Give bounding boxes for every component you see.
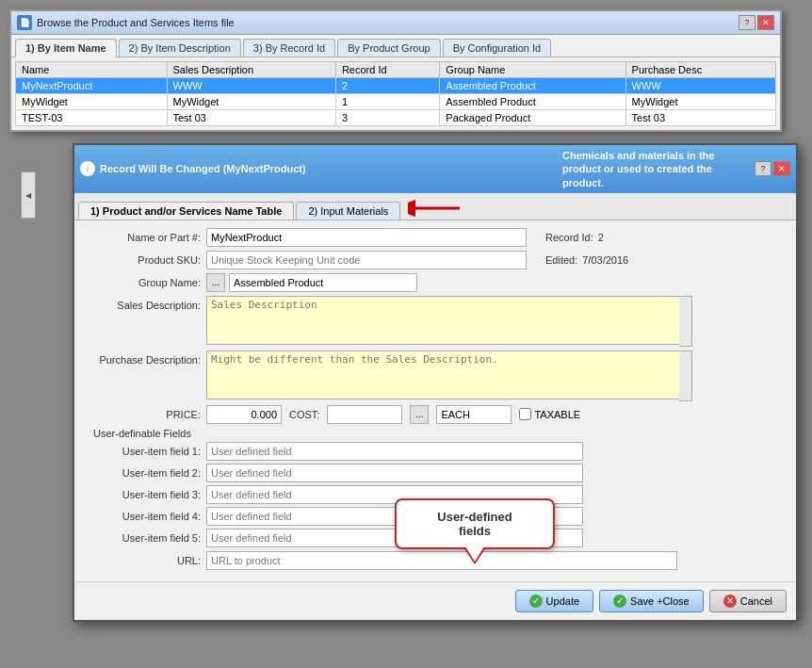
user-field-input-2[interactable] bbox=[206, 464, 583, 482]
purchase-desc-scrollbar[interactable] bbox=[679, 350, 692, 401]
save-close-icon: ✓ bbox=[613, 595, 626, 608]
group-name-row: Group Name: ... bbox=[84, 273, 787, 292]
cell-record-id: 2 bbox=[335, 78, 439, 94]
cell-sales-desc: WWW bbox=[167, 78, 335, 94]
url-input[interactable] bbox=[206, 551, 677, 570]
update-label: Update bbox=[546, 595, 579, 607]
cell-group-name: Assembled Product bbox=[440, 94, 625, 110]
user-field-label-2: User-item field 2: bbox=[84, 467, 206, 479]
col-group-name: Group Name bbox=[440, 62, 625, 78]
price-label: PRICE: bbox=[84, 409, 206, 420]
cancel-button[interactable]: ✕ Cancel bbox=[709, 590, 787, 612]
user-defined-callout: User-definedfields bbox=[395, 498, 555, 549]
cell-name: MyNextProduct bbox=[16, 78, 168, 94]
purchase-desc-label: Purchase Description: bbox=[84, 350, 206, 366]
red-arrow-icon bbox=[408, 197, 464, 220]
browse-tabs-bar: 1) By Item Name 2) By Item Description 3… bbox=[11, 35, 780, 57]
purchase-desc-row: Purchase Description: bbox=[84, 350, 787, 401]
tab-by-record-id[interactable]: 3) By Record Id bbox=[243, 39, 335, 57]
user-field-label-4: User-item field 4: bbox=[84, 511, 206, 522]
sales-desc-area bbox=[206, 296, 692, 347]
browse-help-button[interactable]: ? bbox=[739, 15, 755, 30]
record-window-title: Record Will Be Changed (MyNextProduct) bbox=[100, 163, 306, 174]
user-field-row-1: User-item field 1: bbox=[84, 442, 787, 461]
callout-text: User-definedfields bbox=[437, 510, 512, 538]
unit-input[interactable] bbox=[436, 405, 512, 424]
tab-by-item-description[interactable]: 2) By Item Description bbox=[119, 39, 241, 57]
cell-sales-desc: Test 03 bbox=[167, 110, 335, 126]
sku-row: Product SKU: Edited: 7/03/2016 bbox=[84, 251, 787, 269]
cancel-label: Cancel bbox=[740, 595, 772, 607]
record-id-value: 2 bbox=[598, 232, 604, 243]
col-purchase-desc: Purchase Desc bbox=[625, 62, 775, 78]
browse-close-button[interactable]: ✕ bbox=[757, 15, 774, 30]
arrow-container bbox=[408, 197, 464, 220]
edited-area: Edited: 7/03/2016 bbox=[545, 254, 628, 266]
taxable-checkbox-area: TAXABLE bbox=[519, 408, 580, 420]
price-cost-row: PRICE: COST: ... TAXABLE bbox=[84, 405, 787, 424]
tab-input-materials[interactable]: 2) Input Materials bbox=[296, 202, 400, 220]
tab-by-item-name[interactable]: 1) By Item Name bbox=[15, 39, 117, 57]
table-row[interactable]: MyWidget MyWidget 1 Assembled Product My… bbox=[16, 94, 776, 110]
cell-group-name: Packaged Product bbox=[440, 110, 625, 126]
sales-desc-scrollbar[interactable] bbox=[679, 296, 692, 347]
cost-label: COST: bbox=[289, 409, 319, 420]
save-close-label: Save +Close bbox=[630, 595, 690, 607]
group-name-input[interactable] bbox=[229, 273, 417, 292]
user-field-label-1: User-item field 1: bbox=[84, 446, 206, 457]
sales-desc-label: Sales Description: bbox=[84, 296, 206, 311]
col-sales-desc: Sales Description bbox=[167, 62, 335, 78]
table-row[interactable]: MyNextProduct WWW 2 Assembled Product WW… bbox=[16, 78, 776, 94]
sku-label: Product SKU: bbox=[84, 254, 206, 266]
browse-titlebar-buttons: ? ✕ bbox=[739, 15, 774, 30]
user-field-row-2: User-item field 2: bbox=[84, 464, 787, 482]
browse-scroll[interactable]: ◀ bbox=[21, 171, 36, 219]
record-title-annotation: Chemicals and materials in the product o… bbox=[562, 149, 790, 189]
cell-sales-desc: MyWidget bbox=[167, 94, 335, 110]
callout-tail-inner bbox=[465, 546, 484, 562]
table-row[interactable]: TEST-03 Test 03 3 Packaged Product Test … bbox=[16, 110, 776, 126]
record-id-label: Record Id: bbox=[545, 232, 593, 243]
products-table: Name Sales Description Record Id Group N… bbox=[15, 61, 776, 126]
price-cost-fields: COST: ... TAXABLE bbox=[206, 405, 580, 424]
edited-label: Edited: bbox=[545, 254, 577, 266]
group-name-field-area: ... bbox=[206, 273, 417, 292]
col-name: Name bbox=[16, 62, 168, 78]
tab-by-product-group[interactable]: By Product Group bbox=[337, 39, 440, 57]
cancel-icon: ✕ bbox=[723, 595, 737, 608]
update-button[interactable]: ✓ Update bbox=[515, 590, 593, 612]
user-field-label-3: User-item field 3: bbox=[84, 489, 206, 500]
record-titlebar-buttons: ? ✕ bbox=[755, 161, 790, 176]
url-row: URL: bbox=[84, 551, 787, 570]
taxable-label: TAXABLE bbox=[534, 409, 580, 420]
name-label: Name or Part #: bbox=[84, 232, 206, 243]
group-name-browse-button[interactable]: ... bbox=[206, 273, 225, 292]
url-label: URL: bbox=[84, 555, 206, 566]
record-help-button[interactable]: ? bbox=[755, 161, 771, 176]
record-footer: ✓ Update ✓ Save +Close ✕ Cancel bbox=[74, 581, 796, 620]
cost-input[interactable] bbox=[327, 405, 402, 424]
cost-browse-button[interactable]: ... bbox=[410, 405, 429, 424]
record-id-area: Record Id: 2 bbox=[545, 232, 604, 243]
sales-desc-textarea[interactable] bbox=[206, 296, 692, 345]
update-check-icon: ✓ bbox=[529, 595, 543, 608]
record-titlebar: i Record Will Be Changed (MyNextProduct)… bbox=[74, 145, 796, 193]
edited-value: 7/03/2016 bbox=[582, 254, 628, 266]
taxable-checkbox[interactable] bbox=[519, 408, 531, 420]
purchase-desc-area bbox=[206, 350, 692, 401]
tab-by-configuration-id[interactable]: By Configuration Id bbox=[443, 39, 552, 57]
tab-product-name-table[interactable]: 1) Product and/or Services Name Table bbox=[78, 202, 294, 220]
save-close-button[interactable]: ✓ Save +Close bbox=[599, 590, 704, 612]
price-input[interactable] bbox=[206, 405, 282, 424]
browse-table-area: Name Sales Description Record Id Group N… bbox=[11, 57, 780, 130]
cell-purchase-desc: WWW bbox=[625, 78, 775, 94]
record-close-button[interactable]: ✕ bbox=[773, 161, 790, 176]
name-input[interactable] bbox=[206, 228, 527, 247]
browse-window-icon: 📄 bbox=[17, 15, 32, 30]
purchase-desc-textarea[interactable] bbox=[206, 350, 692, 399]
annotation-text: Chemicals and materials in the product o… bbox=[562, 149, 751, 189]
sales-desc-row: Sales Description: bbox=[84, 296, 787, 347]
record-body: Name or Part #: Record Id: 2 Product SKU… bbox=[74, 220, 796, 581]
sku-input[interactable] bbox=[206, 251, 527, 269]
user-field-input-1[interactable] bbox=[206, 442, 583, 461]
